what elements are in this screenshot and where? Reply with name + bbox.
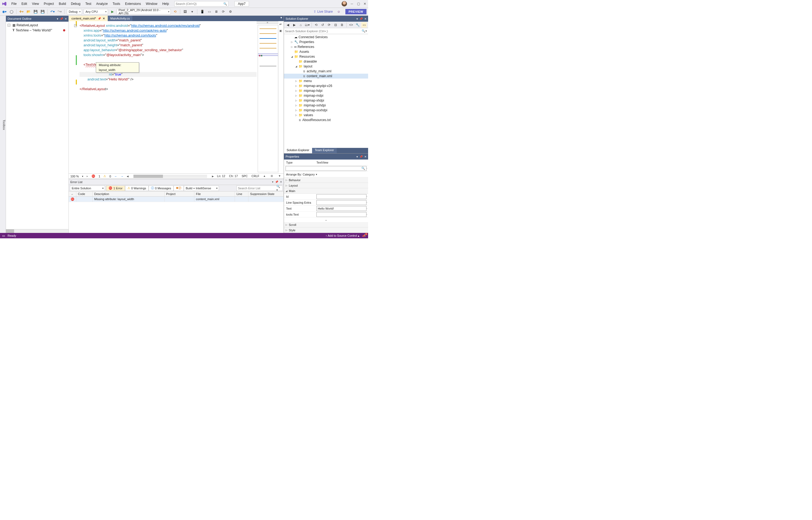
- prop-tools-text-input[interactable]: [316, 212, 366, 217]
- hscroll-left-icon[interactable]: ◀: [127, 175, 129, 178]
- split-icon[interactable]: ⊞: [271, 175, 275, 178]
- col-line[interactable]: Line: [235, 191, 249, 197]
- node-about[interactable]: 🗎AboutResources.txt: [284, 118, 368, 123]
- node-connected-services[interactable]: ☁Connected Services: [284, 35, 368, 40]
- node-layout[interactable]: ◢📁layout: [284, 64, 368, 69]
- node-mipmap-mdpi[interactable]: ▷📁mipmap-mdpi: [284, 93, 368, 98]
- orientation-icon[interactable]: ⟳: [221, 9, 226, 15]
- warnings-pill[interactable]: ⚠0 Warnings: [125, 185, 148, 191]
- panel-dropdown-icon[interactable]: ▾: [357, 155, 358, 158]
- tabs-dropdown-icon[interactable]: ▾: [279, 16, 284, 21]
- zoom-level[interactable]: 100 %: [71, 175, 79, 178]
- menu-file[interactable]: File: [9, 1, 19, 6]
- build-intellisense-combo[interactable]: Build + IntelliSense: [184, 185, 219, 191]
- refresh-icon[interactable]: ⟳: [327, 22, 332, 28]
- prop-search-row[interactable]: 🔍: [284, 165, 368, 172]
- menu-project[interactable]: Project: [42, 1, 56, 6]
- panel-dropdown-icon[interactable]: ▾: [357, 17, 358, 20]
- maximize-icon[interactable]: ▢: [357, 2, 360, 5]
- prop-id-input[interactable]: [316, 194, 366, 199]
- quick-launch-input[interactable]: [176, 2, 223, 5]
- device-phone-icon[interactable]: 📱: [199, 9, 205, 15]
- tab-close-icon[interactable]: ✕: [103, 17, 105, 20]
- collapse-all-icon[interactable]: ⊟: [333, 22, 338, 28]
- swap-view-icon[interactable]: ⇄: [279, 23, 283, 27]
- prop-line-spacing-input[interactable]: [316, 200, 366, 205]
- config-combo[interactable]: Debug: [67, 9, 82, 15]
- collapse-icon[interactable]: −: [7, 24, 10, 27]
- menu-window[interactable]: Window: [144, 1, 160, 6]
- panel-dropdown-icon[interactable]: ▾: [57, 17, 58, 20]
- node-content-main[interactable]: 🗎content_main.xml: [284, 74, 368, 79]
- run-target-combo[interactable]: Pixel_2_API_29 (Android 10.0 - API 29): [117, 9, 171, 15]
- expand-more-icon[interactable]: ⌄: [284, 217, 368, 222]
- cat-layout[interactable]: ▷Layout: [284, 183, 368, 188]
- error-row[interactable]: ⛔ Missing attribute: layout_width conten…: [69, 197, 284, 202]
- node-properties[interactable]: ▷🔧Properties: [284, 40, 368, 45]
- close-icon[interactable]: ✕: [363, 2, 366, 5]
- solutions-folders-icon[interactable]: 🗂▾: [305, 22, 310, 28]
- node-mipmap-xxhdpi[interactable]: ▷📁mipmap-xxhdpi: [284, 103, 368, 108]
- node-mipmap-xxxhdpi[interactable]: ▷📁mipmap-xxxhdpi: [284, 108, 368, 113]
- prop-text-input[interactable]: Hello World!: [316, 206, 366, 211]
- sync-icon[interactable]: ⟲: [313, 22, 319, 28]
- panel-pin-icon[interactable]: 📌: [275, 180, 278, 183]
- feedback-icon[interactable]: ☺: [337, 10, 340, 14]
- undo-icon[interactable]: ↶▾: [50, 9, 55, 15]
- tab-solution-explorer[interactable]: Solution Explorer: [284, 148, 312, 153]
- node-menu[interactable]: ▷📁menu: [284, 79, 368, 83]
- platform-combo[interactable]: Any CPU: [84, 9, 108, 15]
- forward-icon[interactable]: ▶: [291, 22, 297, 28]
- error-scope-combo[interactable]: Entire Solution: [70, 185, 105, 191]
- tab-mainactivity[interactable]: MainActivity.cs: [108, 16, 133, 21]
- editor-hscroll[interactable]: [134, 175, 207, 178]
- home-icon[interactable]: ⌂: [298, 22, 303, 28]
- preview-button[interactable]: PREVIEW: [345, 9, 366, 15]
- node-mipmap-anydpi[interactable]: ▷📁mipmap-anydpi-v26: [284, 83, 368, 88]
- cat-scroll[interactable]: ▷Scroll: [284, 222, 368, 228]
- menu-extensions[interactable]: Extensions: [123, 1, 143, 6]
- output-icon[interactable]: ▭: [2, 234, 5, 237]
- menu-edit[interactable]: Edit: [19, 1, 29, 6]
- cat-main[interactable]: ◢Main: [284, 188, 368, 193]
- solution-search-input[interactable]: [285, 29, 362, 33]
- run-icon[interactable]: ▶: [110, 9, 115, 15]
- save-all-icon[interactable]: 💾: [40, 9, 45, 15]
- save-icon[interactable]: 💾: [33, 9, 38, 15]
- node-assets[interactable]: 📁Assets: [284, 49, 368, 54]
- user-avatar[interactable]: [342, 1, 347, 6]
- node-mipmap-hdpi[interactable]: ▷📁mipmap-hdpi: [284, 88, 368, 93]
- menu-analyze[interactable]: Analyze: [94, 1, 110, 6]
- cat-behavior[interactable]: ▷Behavior: [284, 177, 368, 183]
- node-activity-main[interactable]: 🗎activity_main.xml: [284, 69, 368, 74]
- outline-row-textview[interactable]: T TextView – "Hello World!": [7, 28, 67, 33]
- messages-pill[interactable]: ⓘ0 Messages: [148, 185, 173, 191]
- device-desktop-icon[interactable]: 🖥: [214, 9, 219, 15]
- prop-arrange-row[interactable]: Arrange By: Category▾: [284, 172, 368, 177]
- device-settings-icon[interactable]: ⚙: [228, 9, 233, 15]
- menu-tools[interactable]: Tools: [110, 1, 122, 6]
- screenshot-icon[interactable]: 🖼: [183, 9, 188, 15]
- nav-fwd-icon[interactable]: ◯: [9, 9, 14, 15]
- error-search-input[interactable]: [238, 187, 276, 190]
- live-share-button[interactable]: ⇪Live Share: [313, 10, 333, 14]
- indent-mode[interactable]: SPC: [242, 175, 248, 178]
- panel-pin-icon[interactable]: 📌: [359, 155, 363, 158]
- code-editor[interactable]: − <RelativeLayout xmlns:android="http://…: [69, 21, 257, 173]
- node-values[interactable]: ▷📁values: [284, 113, 368, 118]
- panel-close-icon[interactable]: ✕: [65, 17, 67, 20]
- panel-close-icon[interactable]: ✕: [364, 155, 366, 158]
- panel-pin-icon[interactable]: 📌: [60, 17, 63, 20]
- properties-icon[interactable]: 🔧: [355, 22, 360, 28]
- pending-icon[interactable]: ↺: [320, 22, 325, 28]
- minimize-icon[interactable]: ─: [350, 2, 354, 5]
- toolbox-rail[interactable]: Toolbox: [0, 16, 6, 233]
- prev-issue-icon[interactable]: ←: [114, 175, 117, 178]
- source-control-button[interactable]: ↑ Add to Source Control ▴: [326, 234, 359, 237]
- menu-test[interactable]: Test: [83, 1, 93, 6]
- split-handle[interactable]: ≡: [257, 21, 278, 24]
- new-item-icon[interactable]: ✚▾: [19, 9, 24, 15]
- nav-back-icon[interactable]: ◉▾: [2, 9, 7, 15]
- errors-pill[interactable]: ⛔1 Error: [106, 185, 125, 191]
- node-references[interactable]: ▷▪▪References: [284, 45, 368, 49]
